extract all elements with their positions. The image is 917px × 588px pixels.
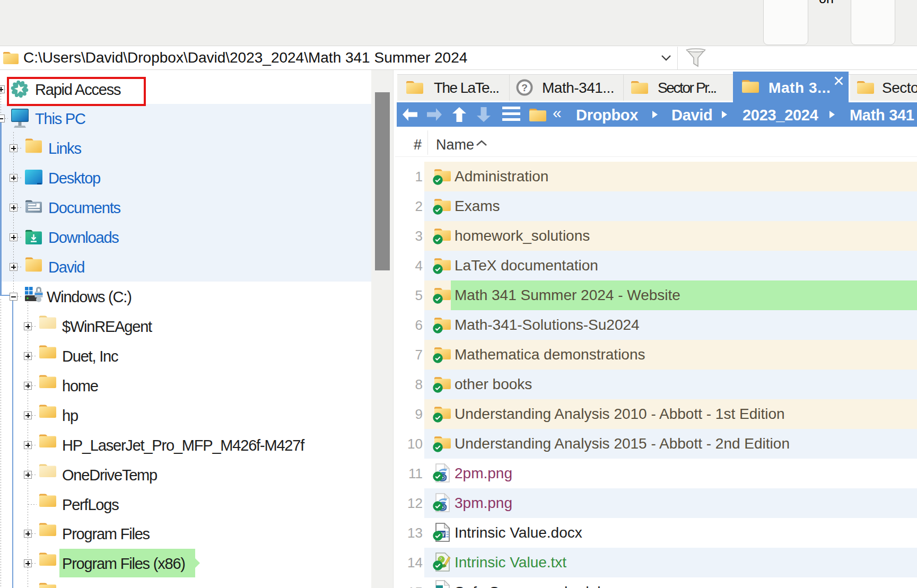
- svg-text:?: ?: [521, 82, 528, 93]
